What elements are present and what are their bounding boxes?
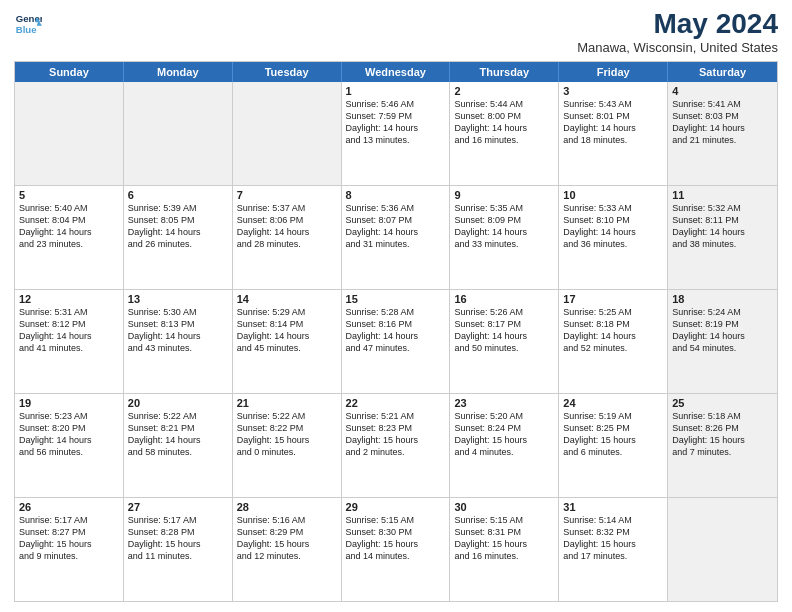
day-number: 5 [19, 189, 119, 201]
cell-info: Sunrise: 5:43 AM Sunset: 8:01 PM Dayligh… [563, 98, 663, 147]
cell-info: Sunrise: 5:17 AM Sunset: 8:28 PM Dayligh… [128, 514, 228, 563]
cell-info: Sunrise: 5:30 AM Sunset: 8:13 PM Dayligh… [128, 306, 228, 355]
cell-info: Sunrise: 5:32 AM Sunset: 8:11 PM Dayligh… [672, 202, 773, 251]
day-of-week-thursday: Thursday [450, 62, 559, 82]
calendar-cell-day-6: 6Sunrise: 5:39 AM Sunset: 8:05 PM Daylig… [124, 186, 233, 289]
cell-info: Sunrise: 5:23 AM Sunset: 8:20 PM Dayligh… [19, 410, 119, 459]
calendar-cell-day-23: 23Sunrise: 5:20 AM Sunset: 8:24 PM Dayli… [450, 394, 559, 497]
day-number: 26 [19, 501, 119, 513]
calendar-cell-day-25: 25Sunrise: 5:18 AM Sunset: 8:26 PM Dayli… [668, 394, 777, 497]
cell-info: Sunrise: 5:44 AM Sunset: 8:00 PM Dayligh… [454, 98, 554, 147]
day-number: 22 [346, 397, 446, 409]
day-number: 3 [563, 85, 663, 97]
cell-info: Sunrise: 5:31 AM Sunset: 8:12 PM Dayligh… [19, 306, 119, 355]
calendar-cell-day-10: 10Sunrise: 5:33 AM Sunset: 8:10 PM Dayli… [559, 186, 668, 289]
calendar-cell-day-8: 8Sunrise: 5:36 AM Sunset: 8:07 PM Daylig… [342, 186, 451, 289]
calendar-cell-day-13: 13Sunrise: 5:30 AM Sunset: 8:13 PM Dayli… [124, 290, 233, 393]
calendar-cell-day-7: 7Sunrise: 5:37 AM Sunset: 8:06 PM Daylig… [233, 186, 342, 289]
cell-info: Sunrise: 5:19 AM Sunset: 8:25 PM Dayligh… [563, 410, 663, 459]
day-number: 4 [672, 85, 773, 97]
cell-info: Sunrise: 5:28 AM Sunset: 8:16 PM Dayligh… [346, 306, 446, 355]
calendar-cell-day-19: 19Sunrise: 5:23 AM Sunset: 8:20 PM Dayli… [15, 394, 124, 497]
logo: General Blue [14, 10, 42, 38]
cell-info: Sunrise: 5:18 AM Sunset: 8:26 PM Dayligh… [672, 410, 773, 459]
calendar-cell-day-21: 21Sunrise: 5:22 AM Sunset: 8:22 PM Dayli… [233, 394, 342, 497]
calendar-body: 1Sunrise: 5:46 AM Sunset: 7:59 PM Daylig… [15, 82, 777, 601]
svg-text:Blue: Blue [16, 24, 37, 35]
cell-info: Sunrise: 5:16 AM Sunset: 8:29 PM Dayligh… [237, 514, 337, 563]
calendar-cell-day-31: 31Sunrise: 5:14 AM Sunset: 8:32 PM Dayli… [559, 498, 668, 601]
calendar-header: SundayMondayTuesdayWednesdayThursdayFrid… [15, 62, 777, 82]
cell-info: Sunrise: 5:22 AM Sunset: 8:21 PM Dayligh… [128, 410, 228, 459]
cell-info: Sunrise: 5:22 AM Sunset: 8:22 PM Dayligh… [237, 410, 337, 459]
day-number: 19 [19, 397, 119, 409]
calendar-cell-day-14: 14Sunrise: 5:29 AM Sunset: 8:14 PM Dayli… [233, 290, 342, 393]
cell-info: Sunrise: 5:15 AM Sunset: 8:30 PM Dayligh… [346, 514, 446, 563]
day-number: 17 [563, 293, 663, 305]
cell-info: Sunrise: 5:35 AM Sunset: 8:09 PM Dayligh… [454, 202, 554, 251]
day-number: 16 [454, 293, 554, 305]
day-number: 29 [346, 501, 446, 513]
calendar-row-1: 1Sunrise: 5:46 AM Sunset: 7:59 PM Daylig… [15, 82, 777, 185]
calendar-row-4: 19Sunrise: 5:23 AM Sunset: 8:20 PM Dayli… [15, 393, 777, 497]
calendar-cell-day-1: 1Sunrise: 5:46 AM Sunset: 7:59 PM Daylig… [342, 82, 451, 185]
cell-info: Sunrise: 5:15 AM Sunset: 8:31 PM Dayligh… [454, 514, 554, 563]
day-number: 18 [672, 293, 773, 305]
day-number: 9 [454, 189, 554, 201]
main-title: May 2024 [577, 10, 778, 38]
calendar-row-5: 26Sunrise: 5:17 AM Sunset: 8:27 PM Dayli… [15, 497, 777, 601]
calendar-cell-day-24: 24Sunrise: 5:19 AM Sunset: 8:25 PM Dayli… [559, 394, 668, 497]
day-of-week-wednesday: Wednesday [342, 62, 451, 82]
calendar-cell-day-5: 5Sunrise: 5:40 AM Sunset: 8:04 PM Daylig… [15, 186, 124, 289]
day-number: 11 [672, 189, 773, 201]
cell-info: Sunrise: 5:25 AM Sunset: 8:18 PM Dayligh… [563, 306, 663, 355]
calendar-cell-day-26: 26Sunrise: 5:17 AM Sunset: 8:27 PM Dayli… [15, 498, 124, 601]
day-number: 15 [346, 293, 446, 305]
cell-info: Sunrise: 5:46 AM Sunset: 7:59 PM Dayligh… [346, 98, 446, 147]
day-number: 8 [346, 189, 446, 201]
cell-info: Sunrise: 5:26 AM Sunset: 8:17 PM Dayligh… [454, 306, 554, 355]
day-of-week-friday: Friday [559, 62, 668, 82]
calendar-cell-day-15: 15Sunrise: 5:28 AM Sunset: 8:16 PM Dayli… [342, 290, 451, 393]
title-area: May 2024 Manawa, Wisconsin, United State… [577, 10, 778, 55]
day-number: 2 [454, 85, 554, 97]
day-number: 1 [346, 85, 446, 97]
day-number: 24 [563, 397, 663, 409]
calendar-cell-day-22: 22Sunrise: 5:21 AM Sunset: 8:23 PM Dayli… [342, 394, 451, 497]
calendar-cell-day-11: 11Sunrise: 5:32 AM Sunset: 8:11 PM Dayli… [668, 186, 777, 289]
day-of-week-saturday: Saturday [668, 62, 777, 82]
day-number: 27 [128, 501, 228, 513]
day-number: 13 [128, 293, 228, 305]
day-of-week-sunday: Sunday [15, 62, 124, 82]
cell-info: Sunrise: 5:29 AM Sunset: 8:14 PM Dayligh… [237, 306, 337, 355]
cell-info: Sunrise: 5:40 AM Sunset: 8:04 PM Dayligh… [19, 202, 119, 251]
cell-info: Sunrise: 5:24 AM Sunset: 8:19 PM Dayligh… [672, 306, 773, 355]
cell-info: Sunrise: 5:33 AM Sunset: 8:10 PM Dayligh… [563, 202, 663, 251]
calendar-cell-empty [233, 82, 342, 185]
day-number: 10 [563, 189, 663, 201]
day-number: 7 [237, 189, 337, 201]
day-number: 20 [128, 397, 228, 409]
cell-info: Sunrise: 5:14 AM Sunset: 8:32 PM Dayligh… [563, 514, 663, 563]
calendar-cell-day-29: 29Sunrise: 5:15 AM Sunset: 8:30 PM Dayli… [342, 498, 451, 601]
cell-info: Sunrise: 5:37 AM Sunset: 8:06 PM Dayligh… [237, 202, 337, 251]
calendar-row-3: 12Sunrise: 5:31 AM Sunset: 8:12 PM Dayli… [15, 289, 777, 393]
day-number: 6 [128, 189, 228, 201]
cell-info: Sunrise: 5:39 AM Sunset: 8:05 PM Dayligh… [128, 202, 228, 251]
cell-info: Sunrise: 5:20 AM Sunset: 8:24 PM Dayligh… [454, 410, 554, 459]
header: General Blue May 2024 Manawa, Wisconsin,… [14, 10, 778, 55]
calendar-cell-day-30: 30Sunrise: 5:15 AM Sunset: 8:31 PM Dayli… [450, 498, 559, 601]
cell-info: Sunrise: 5:17 AM Sunset: 8:27 PM Dayligh… [19, 514, 119, 563]
calendar-cell-day-9: 9Sunrise: 5:35 AM Sunset: 8:09 PM Daylig… [450, 186, 559, 289]
calendar-cell-day-4: 4Sunrise: 5:41 AM Sunset: 8:03 PM Daylig… [668, 82, 777, 185]
page: General Blue May 2024 Manawa, Wisconsin,… [0, 0, 792, 612]
day-of-week-tuesday: Tuesday [233, 62, 342, 82]
day-number: 12 [19, 293, 119, 305]
cell-info: Sunrise: 5:21 AM Sunset: 8:23 PM Dayligh… [346, 410, 446, 459]
day-number: 25 [672, 397, 773, 409]
calendar-cell-day-2: 2Sunrise: 5:44 AM Sunset: 8:00 PM Daylig… [450, 82, 559, 185]
calendar-cell-empty [668, 498, 777, 601]
calendar-cell-day-16: 16Sunrise: 5:26 AM Sunset: 8:17 PM Dayli… [450, 290, 559, 393]
calendar-row-2: 5Sunrise: 5:40 AM Sunset: 8:04 PM Daylig… [15, 185, 777, 289]
day-number: 23 [454, 397, 554, 409]
